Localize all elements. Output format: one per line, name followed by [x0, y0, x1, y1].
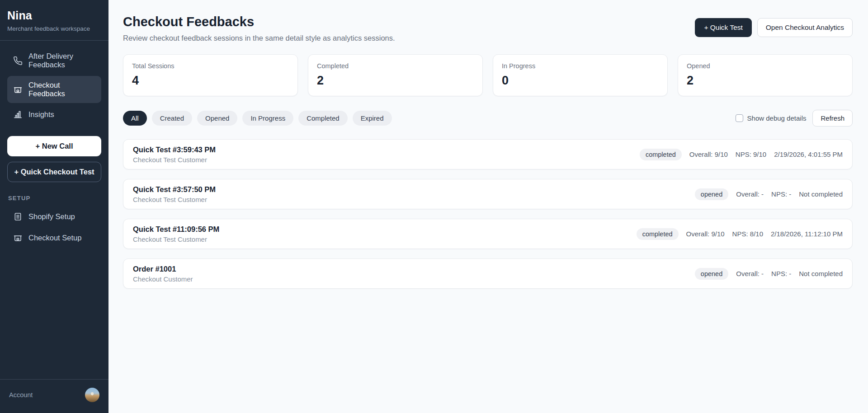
session-title: Quick Test #3:59:43 PM — [133, 145, 216, 154]
sidebar-spacer — [7, 249, 101, 379]
session-nps: NPS: 8/10 — [732, 230, 763, 238]
quick-test-button[interactable]: + Quick Test — [695, 18, 751, 37]
sidebar-item-shopify-setup[interactable]: Shopify Setup — [7, 207, 101, 226]
filter-chip-opened[interactable]: Opened — [197, 111, 237, 126]
sidebar: Nina Merchant feedback workspace After D… — [0, 0, 108, 413]
stats-row: Total Sessions 4 Completed 2 In Progress… — [123, 54, 853, 96]
show-debug-toggle[interactable]: Show debug details — [736, 114, 807, 122]
open-checkout-analytics-button[interactable]: Open Checkout Analytics — [757, 18, 853, 37]
brand-tagline: Merchant feedback workspace — [7, 25, 101, 32]
sidebar-item-after-delivery-feedbacks[interactable]: After Delivery Feedbacks — [7, 47, 101, 74]
session-nps: NPS: 9/10 — [736, 150, 766, 158]
page-header: Checkout Feedbacks Review checkout feedb… — [123, 14, 853, 42]
header-actions: + Quick Test Open Checkout Analytics — [695, 18, 853, 37]
sidebar-item-label: Checkout Setup — [28, 234, 81, 242]
avatar[interactable] — [85, 388, 99, 402]
sidebar-item-label: Checkout Feedbacks — [28, 81, 95, 98]
sidebar-item-label: After Delivery Feedbacks — [28, 52, 95, 69]
session-overall: Overall: - — [736, 190, 764, 198]
session-row[interactable]: Quick Test #3:57:50 PM Checkout Test Cus… — [123, 179, 853, 209]
session-timestamp: 2/18/2026, 11:12:10 PM — [771, 230, 843, 238]
quick-checkout-test-button[interactable]: + Quick Checkout Test — [7, 162, 101, 182]
session-row-left: Quick Test #3:57:50 PM Checkout Test Cus… — [133, 185, 216, 203]
session-nps: NPS: - — [771, 190, 791, 198]
session-title: Quick Test #11:09:56 PM — [133, 225, 219, 234]
filter-right-controls: Show debug details Refresh — [736, 110, 853, 127]
stat-card-opened: Opened 2 — [678, 54, 853, 96]
session-overall: Overall: - — [736, 270, 764, 277]
stat-label: Opened — [687, 62, 844, 70]
storefront-icon — [13, 233, 23, 243]
filter-chip-in-progress[interactable]: In Progress — [242, 111, 293, 126]
stat-card-in-progress: In Progress 0 — [493, 54, 668, 96]
session-customer: Checkout Customer — [133, 275, 193, 283]
session-customer: Checkout Test Customer — [133, 235, 219, 243]
status-badge: completed — [637, 228, 679, 240]
session-row[interactable]: Order #1001 Checkout Customer opened Ove… — [123, 258, 853, 289]
sidebar-item-label: Shopify Setup — [28, 212, 75, 221]
session-customer: Checkout Test Customer — [133, 196, 216, 203]
filter-chip-expired[interactable]: Expired — [353, 111, 392, 126]
stat-value: 2 — [317, 74, 474, 88]
filter-row: All Created Opened In Progress Completed… — [123, 110, 853, 127]
stat-value: 4 — [132, 74, 289, 88]
account-row: Account — [0, 379, 108, 405]
status-badge: opened — [695, 188, 728, 200]
session-row-left: Quick Test #11:09:56 PM Checkout Test Cu… — [133, 225, 219, 243]
debug-label: Show debug details — [747, 114, 807, 122]
sidebar-item-checkout-feedbacks[interactable]: Checkout Feedbacks — [7, 76, 101, 103]
session-row-left: Quick Test #3:59:43 PM Checkout Test Cus… — [133, 145, 216, 164]
filter-chip-completed[interactable]: Completed — [298, 111, 348, 126]
filter-chips: All Created Opened In Progress Completed… — [123, 111, 392, 126]
session-title: Order #1001 — [133, 265, 193, 273]
session-row-meta: opened Overall: - NPS: - Not completed — [695, 188, 843, 200]
page-title: Checkout Feedbacks — [123, 14, 395, 29]
stat-label: Total Sessions — [132, 62, 289, 70]
stat-card-completed: Completed 2 — [308, 54, 483, 96]
session-customer: Checkout Test Customer — [133, 156, 216, 164]
filter-chip-all[interactable]: All — [123, 111, 147, 126]
sidebar-divider — [0, 40, 108, 41]
session-nps: NPS: - — [771, 270, 791, 277]
sidebar-item-insights[interactable]: Insights — [7, 105, 101, 124]
document-icon — [13, 212, 23, 221]
session-row[interactable]: Quick Test #3:59:43 PM Checkout Test Cus… — [123, 139, 853, 169]
session-row-left: Order #1001 Checkout Customer — [133, 265, 193, 283]
session-timestamp: Not completed — [799, 270, 843, 277]
session-row[interactable]: Quick Test #11:09:56 PM Checkout Test Cu… — [123, 219, 853, 249]
new-call-button[interactable]: + New Call — [7, 136, 101, 156]
refresh-button[interactable]: Refresh — [812, 110, 853, 127]
main-content: Checkout Feedbacks Review checkout feedb… — [108, 0, 868, 413]
session-overall: Overall: 9/10 — [686, 230, 725, 238]
stat-label: In Progress — [502, 62, 659, 70]
page-subtitle: Review checkout feedback sessions in the… — [123, 34, 395, 42]
session-timestamp: Not completed — [799, 190, 843, 198]
session-row-meta: opened Overall: - NPS: - Not completed — [695, 268, 843, 280]
debug-checkbox[interactable] — [736, 114, 743, 122]
status-badge: completed — [640, 149, 682, 160]
setup-section-heading: SETUP — [8, 195, 101, 202]
page-header-text: Checkout Feedbacks Review checkout feedb… — [123, 14, 395, 42]
stat-card-total-sessions: Total Sessions 4 — [123, 54, 298, 96]
account-label: Account — [9, 391, 33, 399]
session-timestamp: 2/19/2026, 4:01:55 PM — [774, 150, 843, 158]
stat-value: 0 — [502, 74, 659, 88]
session-list: Quick Test #3:59:43 PM Checkout Test Cus… — [123, 139, 853, 289]
session-row-meta: completed Overall: 9/10 NPS: 8/10 2/18/2… — [637, 228, 843, 240]
session-title: Quick Test #3:57:50 PM — [133, 185, 216, 194]
bar-chart-icon — [13, 110, 23, 119]
sidebar-item-label: Insights — [28, 110, 54, 119]
filter-chip-created[interactable]: Created — [152, 111, 192, 126]
stat-label: Completed — [317, 62, 474, 70]
session-row-meta: completed Overall: 9/10 NPS: 9/10 2/19/2… — [640, 149, 843, 160]
phone-icon — [13, 56, 23, 66]
brand-title: Nina — [7, 9, 101, 22]
session-overall: Overall: 9/10 — [689, 150, 728, 158]
storefront-icon — [13, 85, 23, 94]
sidebar-item-checkout-setup[interactable]: Checkout Setup — [7, 228, 101, 248]
status-badge: opened — [695, 268, 728, 280]
stat-value: 2 — [687, 74, 844, 88]
